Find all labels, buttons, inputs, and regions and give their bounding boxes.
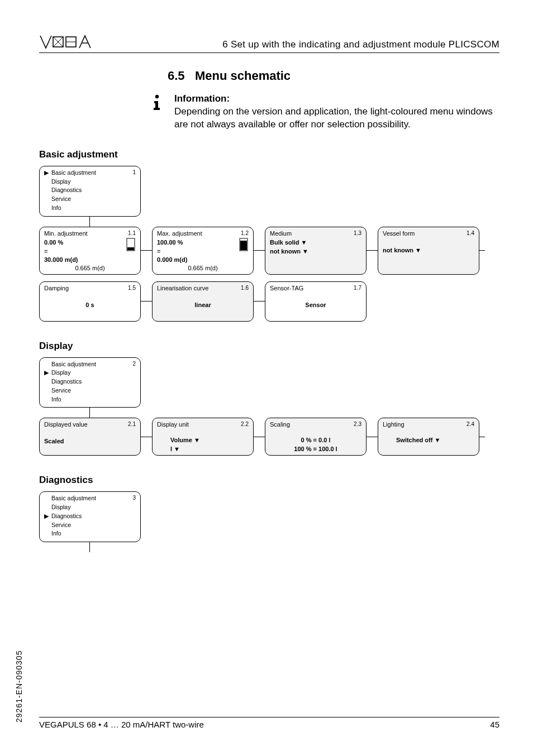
menu-item: Info xyxy=(51,529,61,538)
info-heading: Information: xyxy=(174,93,499,104)
page-footer: VEGAPULS 68 • 4 … 20 mA/HART two-wire 45 xyxy=(39,717,499,729)
leaf-num: 1.6 xyxy=(241,284,249,293)
header-title: 6 Set up with the indicating and adjustm… xyxy=(222,39,499,50)
leaf-sensor-tag: 1.7 Sensor-TAG Sensor xyxy=(265,281,367,322)
leaf-num: 1.5 xyxy=(128,284,136,293)
leaf-title: Lighting xyxy=(383,420,474,429)
leaf-max-adjustment: 1.2 Max. adjustment 100.00 % = 0.000 m(d… xyxy=(152,227,254,275)
menu-item: Service xyxy=(51,386,71,395)
menu-num: 2 xyxy=(132,360,136,369)
leaf-scaling: 2.3 Scaling 0 % = 0.0 l 100 % = 100.0 l xyxy=(265,418,367,456)
leaf-title: Scaling xyxy=(270,420,361,429)
diagram-diagnostics: 3 Basic adjustment Display ▶Diagnostics … xyxy=(39,491,499,552)
menu-root-diagnostics: 3 Basic adjustment Display ▶Diagnostics … xyxy=(39,491,141,542)
leaf-min-adjustment: 1.1 Min. adjustment 0.00 % = 30.000 m(d)… xyxy=(39,227,141,275)
leaf-displayed-value: 2.1 Displayed value Scaled xyxy=(39,418,141,456)
leaf-num: 2.1 xyxy=(128,420,136,429)
leaf-medium: 1.3 Medium Bulk solid ▼ not known ▼ xyxy=(265,227,367,275)
info-body: Depending on the version and application… xyxy=(174,106,499,131)
leaf-value: not known ▼ xyxy=(270,247,361,256)
leaf-num: 2.2 xyxy=(241,420,249,429)
menu-item: Basic adjustment xyxy=(51,360,96,369)
leaf-value: not known ▼ xyxy=(383,246,474,255)
footer-left: VEGAPULS 68 • 4 … 20 mA/HART two-wire xyxy=(39,720,204,729)
section-heading: 6.5 Menu schematic xyxy=(168,69,499,83)
leaf-linearisation: 1.6 Linearisation curve linear xyxy=(152,281,254,322)
leaf-num: 2.4 xyxy=(467,420,474,429)
menu-item: Diagnostics xyxy=(51,512,82,521)
leaf-title: Vessel form xyxy=(383,229,474,238)
leaf-value: Scaled xyxy=(44,437,136,446)
leaf-title: Max. adjustment xyxy=(157,229,249,238)
menu-item: Display xyxy=(51,503,70,512)
leaf-lighting: 2.4 Lighting Switched off ▼ xyxy=(378,418,479,456)
leaf-value: 0 % = 0.0 l xyxy=(270,436,361,445)
menu-item: Display xyxy=(51,369,70,377)
information-block: Information: Depending on the version an… xyxy=(151,93,499,131)
leaf-title: Displayed value xyxy=(44,420,136,429)
leaf-display-unit: 2.2 Display unit Volume ▼ l ▼ xyxy=(152,418,254,456)
info-icon xyxy=(151,94,168,113)
leaf-value: Sensor xyxy=(270,301,361,310)
diagram-basic: 1 ▶Basic adjustment Display Diagnostics … xyxy=(39,166,499,322)
leaf-num: 1.1 xyxy=(128,229,136,238)
diagram-display: 2 Basic adjustment ▶Display Diagnostics … xyxy=(39,357,499,456)
leaf-sub: 0.665 m(d) xyxy=(157,264,249,273)
leaf-value: 100 % = 100.0 l xyxy=(270,445,361,454)
leaf-value: 0.000 m(d) xyxy=(157,256,249,265)
group-label-display: Display xyxy=(39,341,499,352)
group-label-diagnostics: Diagnostics xyxy=(39,475,499,486)
leaf-value: 30.000 m(d) xyxy=(44,256,136,265)
menu-item: Diagnostics xyxy=(51,186,82,195)
menu-num: 1 xyxy=(132,169,136,177)
section-number: 6.5 xyxy=(168,69,185,83)
vega-logo xyxy=(39,34,101,50)
leaf-damping: 1.5 Damping 0 s xyxy=(39,281,141,322)
leaf-value: Volume ▼ xyxy=(170,436,249,445)
side-document-code: 29261-EN-090305 xyxy=(15,650,23,722)
leaf-title: Linearisation curve xyxy=(157,284,249,293)
menu-item: Display xyxy=(51,178,70,186)
menu-item: Info xyxy=(51,395,61,404)
leaf-title: Sensor-TAG xyxy=(270,284,361,293)
leaf-value: Bulk solid ▼ xyxy=(270,238,361,247)
leaf-title: Damping xyxy=(44,284,136,293)
leaf-num: 1.2 xyxy=(241,229,249,238)
leaf-value: linear xyxy=(157,301,249,310)
leaf-value: 0 s xyxy=(44,301,136,310)
menu-item: Diagnostics xyxy=(51,377,82,386)
menu-root-display: 2 Basic adjustment ▶Display Diagnostics … xyxy=(39,357,141,408)
leaf-title: Display unit xyxy=(157,420,249,429)
menu-root-basic: 1 ▶Basic adjustment Display Diagnostics … xyxy=(39,166,141,217)
leaf-num: 1.7 xyxy=(354,284,361,293)
leaf-sub: 0.665 m(d) xyxy=(44,264,136,273)
leaf-value: 100.00 % xyxy=(157,238,249,247)
menu-item: Service xyxy=(51,195,71,204)
section-name: Menu schematic xyxy=(195,69,291,83)
leaf-num: 1.3 xyxy=(354,229,361,238)
svg-rect-6 xyxy=(240,241,247,250)
leaf-value: = xyxy=(157,247,249,256)
menu-item: Basic adjustment xyxy=(51,169,96,178)
leaf-title: Medium xyxy=(270,229,361,238)
leaf-vessel-form: 1.4 Vessel form not known ▼ xyxy=(378,227,479,275)
svg-rect-4 xyxy=(127,247,134,250)
page-header: 6 Set up with the indicating and adjustm… xyxy=(39,34,499,53)
group-label-basic: Basic adjustment xyxy=(39,149,499,160)
menu-item: Info xyxy=(51,204,61,213)
leaf-value: = xyxy=(44,247,136,256)
menu-item: Basic adjustment xyxy=(51,494,96,503)
leaf-value: 0.00 % xyxy=(44,238,136,247)
leaf-num: 1.4 xyxy=(467,229,474,238)
footer-page-number: 45 xyxy=(490,720,499,729)
tank-min-icon xyxy=(126,237,136,255)
leaf-title: Min. adjustment xyxy=(44,229,136,238)
tank-max-icon xyxy=(239,237,249,255)
menu-num: 3 xyxy=(132,494,136,503)
svg-point-2 xyxy=(155,95,159,98)
menu-item: Service xyxy=(51,521,71,530)
leaf-num: 2.3 xyxy=(354,420,361,429)
leaf-value: Switched off ▼ xyxy=(396,436,474,445)
leaf-value: l ▼ xyxy=(170,445,249,454)
